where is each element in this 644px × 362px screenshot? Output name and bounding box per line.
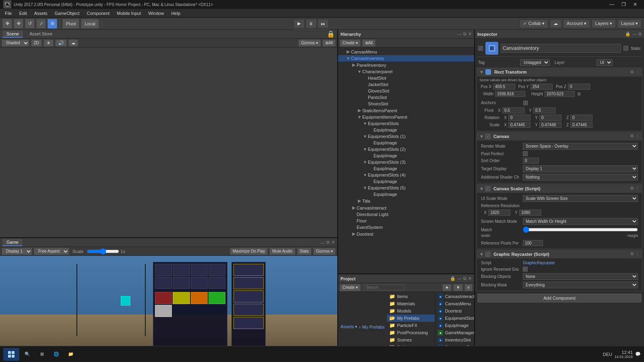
- step-btn[interactable]: ⏭: [318, 19, 329, 29]
- scaler-menu-icon[interactable]: ⋮: [635, 186, 640, 191]
- target-display-select[interactable]: Display 1: [523, 165, 638, 172]
- rect-edit-icon[interactable]: ⊞: [630, 70, 634, 75]
- gizmos-btn[interactable]: Gizmos ▾: [298, 39, 321, 47]
- tab-asset-store[interactable]: Asset Store: [25, 31, 56, 38]
- project-tree-particlefx[interactable]: 📁 ParticleFX: [387, 322, 435, 329]
- close-btn[interactable]: ✕: [630, 0, 641, 9]
- tab-game[interactable]: Game: [2, 239, 23, 246]
- screen-match-select[interactable]: Match Width Or Height: [523, 218, 638, 225]
- lock-icon[interactable]: 🔒: [327, 30, 335, 38]
- 2d-btn[interactable]: 2D: [31, 39, 42, 47]
- asset-inventoryslot[interactable]: ● InventorySlot: [435, 336, 474, 343]
- maximize-play-btn[interactable]: Maximize On Play: [230, 248, 268, 255]
- rect-menu-icon[interactable]: ⋮: [635, 70, 640, 75]
- hierarchy-item-equipslots3[interactable]: ▼ EquipmentSlots (3): [338, 159, 474, 165]
- hierarchy-item-equipimage4[interactable]: EquipImage: [338, 165, 474, 172]
- hierarchy-item-glovesslot[interactable]: GlovesSlot: [338, 88, 474, 94]
- hierarchy-item-equipslots1[interactable]: ▼ EquipmentSlots (1): [338, 133, 474, 140]
- minimize-btn[interactable]: —: [606, 0, 617, 9]
- move-tool[interactable]: ✜: [14, 19, 23, 29]
- project-filter-btn[interactable]: ▼: [453, 284, 463, 291]
- rot-y-field[interactable]: [539, 115, 561, 121]
- account-btn[interactable]: Account ▾: [563, 19, 590, 28]
- cloud-btn[interactable]: ☁: [550, 19, 561, 28]
- script-value[interactable]: GraphicRaycaster: [523, 261, 555, 265]
- aspect-select[interactable]: Free Aspect: [34, 248, 69, 255]
- project-create-btn[interactable]: Create ▾: [340, 284, 361, 291]
- pivot-btn[interactable]: Pivot: [62, 19, 79, 29]
- layer-select[interactable]: UI: [597, 59, 613, 66]
- canvas-menu-icon[interactable]: ⋮: [635, 134, 640, 139]
- canvas-enabled-cb[interactable]: [485, 134, 490, 139]
- asset-gamemanager[interactable]: ● GameManager: [435, 329, 474, 336]
- project-expand[interactable]: ⧉: [463, 276, 466, 281]
- menu-mobileinput[interactable]: Mobile Input: [114, 10, 144, 16]
- hierarchy-item-characterpanel[interactable]: ▼ Characterpanel: [338, 68, 474, 75]
- hierarchy-all-btn[interactable]: ⊕All: [362, 39, 376, 47]
- hierarchy-item-headslot[interactable]: HeadSlot: [338, 75, 474, 81]
- pause-btn[interactable]: ⏸: [305, 19, 317, 29]
- project-list-btn[interactable]: ≡: [464, 284, 473, 291]
- breadcrumb-myprefabs[interactable]: My Prefabs: [362, 325, 385, 329]
- render-mode-select[interactable]: Screen Space - Overlay: [523, 143, 638, 150]
- hierarchy-item-title[interactable]: ▶ Title: [338, 197, 474, 204]
- raycaster-edit-icon[interactable]: ⊞: [630, 251, 634, 257]
- hierarchy-item-equipimage6[interactable]: EquipImage: [338, 191, 474, 197]
- hierarchy-item-eventsystem[interactable]: EventSystem: [338, 224, 474, 230]
- raycaster-enabled-cb[interactable]: [485, 252, 490, 257]
- tab-scene[interactable]: Scene: [2, 31, 23, 38]
- mute-audio-btn[interactable]: Mute Audio: [269, 248, 295, 255]
- scale-z-field[interactable]: [570, 122, 592, 128]
- anchors-icon[interactable]: ⊞: [523, 99, 528, 107]
- file-btn[interactable]: 📁: [64, 348, 77, 361]
- menu-component[interactable]: Component: [83, 10, 113, 16]
- canvas-edit-icon[interactable]: ⊞: [630, 134, 634, 139]
- blueprint-icon[interactable]: ⊞: [577, 91, 581, 97]
- fx-btn[interactable]: ☁: [68, 39, 78, 47]
- hierarchy-item-equipitemsparent[interactable]: ▼ EquipmentItemsParent: [338, 114, 474, 120]
- hierarchy-item-panelinventory[interactable]: ▶ PanelInventory: [338, 62, 474, 68]
- pivot-x-field[interactable]: [502, 107, 524, 113]
- tag-select[interactable]: Untagged: [520, 59, 550, 66]
- menu-help[interactable]: Help: [168, 10, 184, 16]
- hierarchy-item-staticitemsparent[interactable]: ▶ StaticItemsParent: [338, 107, 474, 114]
- hierarchy-item-equipslots[interactable]: ▼ EquipmentSlots: [338, 120, 474, 127]
- hierarchy-minimize[interactable]: —: [457, 31, 462, 37]
- rect-tool[interactable]: ⊞: [47, 19, 57, 29]
- hierarchy-close[interactable]: ✕: [468, 31, 472, 37]
- height-field[interactable]: [545, 91, 575, 97]
- project-minimize[interactable]: —: [457, 276, 462, 281]
- hierarchy-item-canvasinteract[interactable]: ▶ CanvasInteract: [338, 204, 474, 211]
- rotate-tool[interactable]: ↺: [25, 19, 35, 29]
- hierarchy-item-equipimage3[interactable]: EquipImage: [338, 152, 474, 159]
- scale-y-field[interactable]: [539, 122, 561, 128]
- scale-x-field[interactable]: [508, 122, 530, 128]
- inspector-minimize[interactable]: —: [632, 31, 637, 37]
- pos-x-field[interactable]: [493, 84, 515, 90]
- project-tree-postprocessing[interactable]: 📁 PostProcessing: [387, 329, 435, 336]
- layers-btn[interactable]: Layers ▾: [592, 19, 616, 28]
- menu-gameobject[interactable]: GameObject: [52, 10, 83, 16]
- hand-tool[interactable]: ✥: [2, 19, 12, 29]
- project-tree-myprefabs[interactable]: 📂 My Prefabs: [387, 315, 435, 322]
- ui-scale-select[interactable]: Scale With Screen Size: [523, 195, 638, 202]
- hierarchy-item-directionallight[interactable]: Directional Light: [338, 211, 474, 218]
- menu-file[interactable]: File: [2, 10, 15, 16]
- hierarchy-item-doortest[interactable]: ▶ Doortest: [338, 230, 474, 237]
- menu-edit[interactable]: Edit: [16, 10, 30, 16]
- asset-doortest[interactable]: ● Doortest: [435, 307, 474, 315]
- ignore-reversed-cb[interactable]: [523, 267, 528, 272]
- hierarchy-item-equipslots2[interactable]: ▼ EquipmentSlots (2): [338, 146, 474, 152]
- inspector-lock-icon[interactable]: 🔒: [625, 31, 631, 37]
- project-tree-materials[interactable]: 📁 Materials: [387, 300, 435, 307]
- ref-pixels-field[interactable]: [523, 240, 543, 246]
- hierarchy-item-pantsslot[interactable]: PantsSlot: [338, 94, 474, 101]
- hierarchy-item-equipslots4[interactable]: ▼ EquipmentSlots (4): [338, 172, 474, 178]
- pivot-y-field[interactable]: [533, 107, 555, 113]
- hierarchy-item-canvasmenu[interactable]: ▶ CanvasMenu: [338, 48, 474, 55]
- project-search[interactable]: [364, 284, 404, 290]
- pos-z-field[interactable]: [568, 84, 590, 90]
- asset-canvasmenu[interactable]: ● CanvasMenu: [435, 300, 474, 307]
- blocking-objects-select[interactable]: None: [523, 273, 638, 280]
- lights-btn[interactable]: ☀: [43, 39, 54, 47]
